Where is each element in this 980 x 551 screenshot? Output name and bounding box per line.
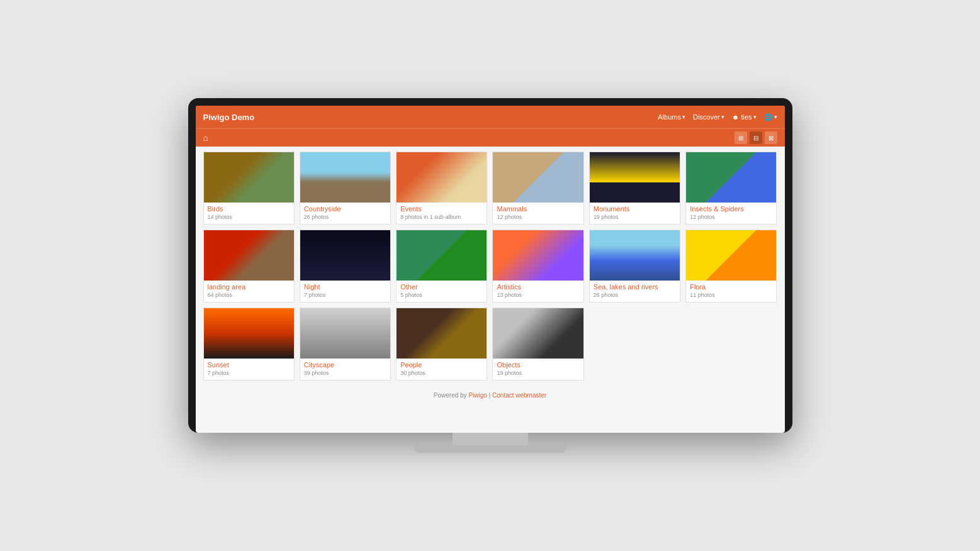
album-info-other: Other5 photos bbox=[397, 281, 487, 302]
album-count-monuments: 19 photos bbox=[594, 214, 676, 220]
album-thumb-artistics bbox=[493, 230, 583, 281]
album-card-artistics[interactable]: Artistics13 photos bbox=[492, 230, 583, 303]
album-card-insects-spiders[interactable]: Insects & Spiders12 photos bbox=[685, 152, 777, 225]
album-thumb-cityscape bbox=[300, 308, 390, 359]
album-info-insects-spiders: Insects & Spiders12 photos bbox=[686, 203, 776, 224]
album-count-objects: 19 photos bbox=[497, 370, 579, 376]
album-thumb-people bbox=[397, 308, 487, 359]
album-count-events: 8 photos in 1 sub-album bbox=[400, 214, 483, 220]
album-title-countryside: Countryside bbox=[304, 205, 386, 213]
albums-grid: Birds14 photosCountryside26 photosEvents… bbox=[203, 152, 777, 381]
navbar-links: Albums Discover ☻ ties 🌐 bbox=[658, 113, 777, 121]
album-card-events[interactable]: Events8 photos in 1 sub-album bbox=[396, 152, 487, 225]
album-thumb-other bbox=[397, 230, 487, 281]
album-card-mammals[interactable]: Mammals12 photos bbox=[492, 152, 583, 225]
album-card-monuments[interactable]: Monuments19 photos bbox=[589, 152, 680, 225]
album-title-insects-spiders: Insects & Spiders bbox=[690, 205, 772, 213]
album-info-sunset: Sunset7 photos bbox=[204, 359, 294, 380]
album-count-flora: 11 photos bbox=[690, 292, 772, 298]
album-info-night: Night7 photos bbox=[300, 281, 390, 302]
album-thumb-mammals bbox=[493, 152, 583, 203]
album-info-flora: Flora11 photos bbox=[686, 281, 776, 302]
monitor-screen: Piwigo Demo Albums Discover ☻ ties 🌐 ⌂ ⊞… bbox=[196, 106, 785, 433]
albums-nav[interactable]: Albums bbox=[658, 113, 685, 121]
lang-nav[interactable]: 🌐 bbox=[764, 113, 777, 121]
album-title-events: Events bbox=[400, 205, 483, 213]
album-card-people[interactable]: People30 photos bbox=[396, 308, 487, 381]
album-count-sea-lakes-rivers: 26 photos bbox=[594, 292, 676, 298]
navbar: Piwigo Demo Albums Discover ☻ ties 🌐 bbox=[196, 106, 785, 128]
view-controls: ⊞ ⊟ ⊠ bbox=[735, 131, 777, 144]
album-title-sunset: Sunset bbox=[208, 361, 290, 369]
album-info-people: People30 photos bbox=[397, 359, 487, 380]
album-count-sunset: 7 photos bbox=[208, 370, 290, 376]
album-thumb-monuments bbox=[590, 152, 680, 203]
album-card-sunset[interactable]: Sunset7 photos bbox=[203, 308, 295, 381]
album-title-objects: Objects bbox=[497, 361, 579, 369]
album-thumb-night bbox=[300, 230, 390, 281]
album-info-objects: Objects19 photos bbox=[493, 359, 583, 380]
monitor-frame: Piwigo Demo Albums Discover ☻ ties 🌐 ⌂ ⊞… bbox=[188, 98, 792, 433]
album-count-night: 7 photos bbox=[304, 292, 386, 298]
album-info-sea-lakes-rivers: Sea, lakes and rivers26 photos bbox=[590, 281, 680, 302]
breadcrumb-bar: ⌂ ⊞ ⊟ ⊠ bbox=[196, 128, 785, 147]
album-card-objects[interactable]: Objects19 photos bbox=[492, 308, 583, 381]
content: Birds14 photosCountryside26 photosEvents… bbox=[196, 147, 785, 386]
album-count-artistics: 13 photos bbox=[497, 292, 579, 298]
album-thumb-sunset bbox=[204, 308, 294, 359]
album-thumb-objects bbox=[493, 308, 583, 359]
album-info-cityscape: Cityscape39 photos bbox=[300, 359, 390, 380]
album-title-other: Other bbox=[400, 283, 483, 291]
album-title-birds: Birds bbox=[208, 205, 290, 213]
album-card-cityscape[interactable]: Cityscape39 photos bbox=[300, 308, 391, 381]
monitor-stand-base bbox=[415, 445, 566, 453]
album-title-cityscape: Cityscape bbox=[304, 361, 386, 369]
album-thumb-insects-spiders bbox=[686, 152, 776, 203]
piwigo-link[interactable]: Piwigo bbox=[468, 392, 487, 399]
app: Piwigo Demo Albums Discover ☻ ties 🌐 ⌂ ⊞… bbox=[196, 106, 785, 433]
album-info-mammals: Mammals12 photos bbox=[493, 203, 583, 224]
album-info-countryside: Countryside26 photos bbox=[300, 203, 390, 224]
album-card-landing-area[interactable]: landing area64 photos bbox=[203, 230, 295, 303]
footer-separator: | bbox=[489, 392, 491, 399]
album-title-people: People bbox=[400, 361, 483, 369]
contact-link[interactable]: Contact webmaster bbox=[492, 392, 546, 399]
navbar-brand: Piwigo Demo bbox=[203, 113, 255, 122]
album-info-events: Events8 photos in 1 sub-album bbox=[397, 203, 487, 224]
album-count-countryside: 26 photos bbox=[304, 214, 386, 220]
album-card-flora[interactable]: Flora11 photos bbox=[685, 230, 777, 303]
monitor-wrapper: Piwigo Demo Albums Discover ☻ ties 🌐 ⌂ ⊞… bbox=[188, 98, 792, 453]
view-grid-small-button[interactable]: ⊞ bbox=[735, 131, 747, 144]
album-count-insects-spiders: 12 photos bbox=[690, 214, 772, 220]
album-thumb-landing-area bbox=[204, 230, 294, 281]
discover-nav[interactable]: Discover bbox=[693, 113, 724, 121]
album-info-monuments: Monuments19 photos bbox=[590, 203, 680, 224]
album-title-night: Night bbox=[304, 283, 386, 291]
album-title-landing-area: landing area bbox=[208, 283, 290, 291]
user-nav[interactable]: ☻ ties bbox=[732, 113, 757, 121]
album-count-birds: 14 photos bbox=[208, 214, 290, 220]
album-count-mammals: 12 photos bbox=[497, 214, 579, 220]
view-grid-medium-button[interactable]: ⊟ bbox=[750, 131, 762, 144]
album-title-sea-lakes-rivers: Sea, lakes and rivers bbox=[594, 283, 676, 291]
album-card-birds[interactable]: Birds14 photos bbox=[203, 152, 295, 225]
album-title-monuments: Monuments bbox=[594, 205, 676, 213]
view-grid-large-button[interactable]: ⊠ bbox=[765, 131, 777, 144]
album-count-people: 30 photos bbox=[400, 370, 483, 376]
album-card-other[interactable]: Other5 photos bbox=[396, 230, 487, 303]
album-card-countryside[interactable]: Countryside26 photos bbox=[300, 152, 391, 225]
album-title-artistics: Artistics bbox=[497, 283, 579, 291]
monitor-stand-neck bbox=[453, 433, 528, 445]
album-card-night[interactable]: Night7 photos bbox=[300, 230, 391, 303]
album-thumb-birds bbox=[204, 152, 294, 203]
album-info-landing-area: landing area64 photos bbox=[204, 281, 294, 302]
powered-by-text: Powered by bbox=[434, 392, 467, 399]
album-thumb-events bbox=[397, 152, 487, 203]
album-title-mammals: Mammals bbox=[497, 205, 579, 213]
album-info-artistics: Artistics13 photos bbox=[493, 281, 583, 302]
album-thumb-sea-lakes-rivers bbox=[590, 230, 680, 281]
album-count-cityscape: 39 photos bbox=[304, 370, 386, 376]
home-icon[interactable]: ⌂ bbox=[203, 133, 208, 143]
album-thumb-countryside bbox=[300, 152, 390, 203]
album-card-sea-lakes-rivers[interactable]: Sea, lakes and rivers26 photos bbox=[589, 230, 680, 303]
